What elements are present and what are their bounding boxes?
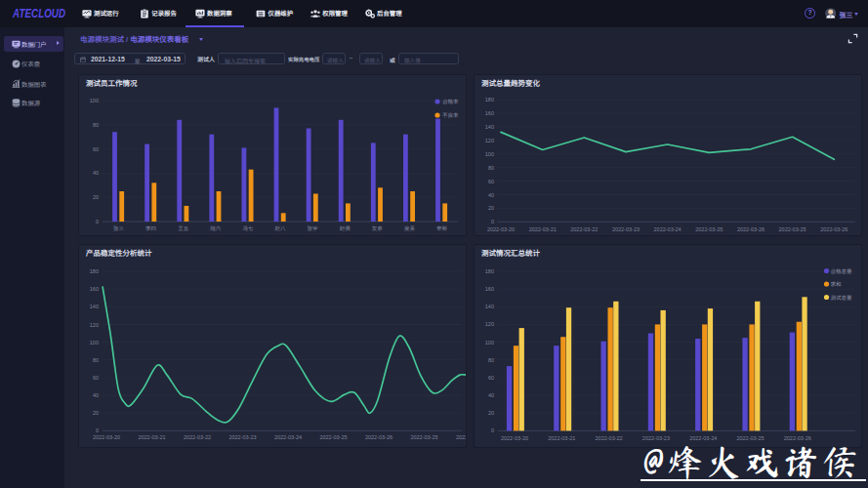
- svg-text:2022-03-20: 2022-03-20: [93, 434, 120, 440]
- svg-text:120: 120: [485, 321, 494, 327]
- svg-text:辛斯: 辛斯: [436, 225, 448, 231]
- svg-text:2022-03-24: 2022-03-24: [654, 226, 682, 232]
- svg-text:2022-03-25: 2022-03-25: [319, 434, 347, 440]
- svg-text:0: 0: [491, 427, 494, 433]
- svg-text:2022-03-26: 2022-03-26: [365, 434, 393, 440]
- svg-text:160: 160: [485, 286, 494, 292]
- svg-text:40: 40: [93, 170, 99, 176]
- svg-text:友亲: 友亲: [372, 225, 384, 231]
- svg-text:100: 100: [90, 98, 99, 103]
- svg-text:0: 0: [491, 219, 494, 224]
- svg-text:张宇: 张宇: [308, 225, 319, 231]
- svg-text:度素: 度素: [404, 225, 416, 231]
- svg-text:2022-03-25: 2022-03-25: [695, 226, 723, 232]
- svg-text:60: 60: [93, 146, 99, 152]
- svg-text:60: 60: [488, 375, 494, 381]
- svg-text:2022-03-20: 2022-03-20: [487, 226, 515, 232]
- svg-text:李四: 李四: [145, 225, 156, 231]
- svg-text:40: 40: [488, 392, 494, 398]
- svg-text:20: 20: [93, 194, 99, 200]
- svg-text:80: 80: [93, 122, 99, 128]
- svg-text:0: 0: [96, 427, 99, 433]
- svg-text:2022-03-26: 2022-03-26: [820, 226, 847, 232]
- svg-text:40: 40: [488, 192, 494, 198]
- svg-text:测试总量: 测试总量: [831, 295, 853, 301]
- svg-text:20: 20: [93, 410, 99, 416]
- svg-text:180: 180: [90, 268, 99, 274]
- svg-text:20: 20: [488, 205, 494, 211]
- svg-text:2022-03-25: 2022-03-25: [736, 435, 764, 441]
- svg-text:2022-03-22: 2022-03-22: [184, 434, 211, 440]
- svg-text:120: 120: [485, 138, 494, 143]
- svg-text:80: 80: [488, 165, 494, 171]
- svg-text:140: 140: [90, 304, 99, 309]
- svg-text:80: 80: [488, 357, 494, 363]
- svg-text:2022-03-26: 2022-03-26: [784, 435, 811, 441]
- svg-text:60: 60: [488, 179, 494, 184]
- svg-text:2022-03-21: 2022-03-21: [529, 226, 557, 232]
- svg-text:冯七: 冯七: [242, 225, 254, 231]
- svg-text:100: 100: [485, 151, 494, 157]
- svg-text:合格总量: 合格总量: [831, 268, 853, 274]
- svg-text:2022-03-26: 2022-03-26: [737, 226, 765, 232]
- svg-text:赵八: 赵八: [274, 225, 286, 231]
- svg-text:140: 140: [485, 124, 494, 130]
- svg-text:100: 100: [485, 340, 494, 346]
- svg-text:陆六: 陆六: [210, 225, 222, 231]
- svg-text:100: 100: [90, 340, 99, 346]
- svg-text:2022-03-21: 2022-03-21: [138, 434, 165, 440]
- svg-text:60: 60: [93, 375, 99, 381]
- svg-text:40: 40: [93, 392, 99, 398]
- svg-text:2022-03-24: 2022-03-24: [689, 435, 717, 441]
- svg-text:2022-03-23: 2022-03-23: [612, 226, 640, 232]
- svg-text:2022-03-23: 2022-03-23: [228, 434, 256, 440]
- svg-text:王五: 王五: [178, 225, 189, 231]
- svg-text:2022-03-25: 2022-03-25: [410, 434, 437, 440]
- svg-text:合格率: 合格率: [442, 99, 459, 104]
- svg-text:2022-03-23: 2022-03-23: [642, 435, 670, 441]
- svg-text:160: 160: [90, 286, 99, 292]
- svg-text:2022-03-22: 2022-03-22: [596, 435, 623, 441]
- svg-text:赵倩: 赵倩: [340, 225, 351, 231]
- svg-text:2022-03-25: 2022-03-25: [779, 226, 806, 232]
- svg-text:张三: 张三: [113, 225, 125, 231]
- svg-text:不良率: 不良率: [442, 112, 459, 118]
- svg-text:0: 0: [96, 219, 99, 224]
- svg-text:180: 180: [485, 268, 494, 274]
- svg-text:20: 20: [488, 410, 494, 416]
- svg-text:120: 120: [90, 322, 99, 328]
- svg-text:2022-03-21: 2022-03-21: [548, 435, 575, 441]
- svg-text:140: 140: [485, 304, 494, 309]
- svg-text:2022-03-22: 2022-03-22: [570, 226, 598, 232]
- svg-text:180: 180: [485, 97, 494, 102]
- svg-text:2022-03-20: 2022-03-20: [501, 435, 528, 441]
- svg-text:2022-03-26: 2022-03-26: [456, 434, 466, 440]
- svg-text:80: 80: [93, 357, 99, 363]
- svg-text:2022-03-24: 2022-03-24: [274, 434, 302, 440]
- svg-text:求和: 求和: [831, 281, 842, 287]
- svg-text:160: 160: [485, 110, 494, 116]
